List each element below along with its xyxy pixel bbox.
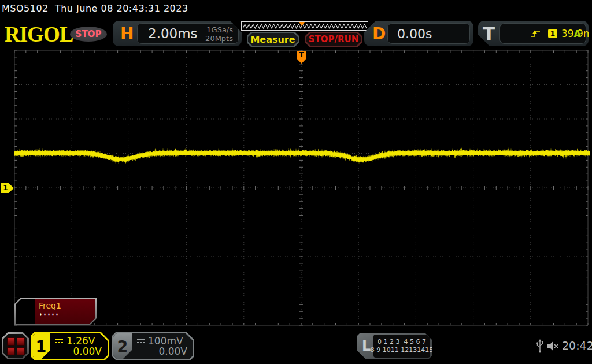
channel1-status-button[interactable]: 1 1.26V 0.00V [31,332,109,360]
menu-grid-icon[interactable] [2,332,29,359]
dc-coupling-icon [136,338,145,344]
channel2-scale: 100mV [148,335,183,347]
logic-channels-row2: 8 9 1011 12131415 [371,346,433,354]
channel1-number: 1 [32,333,50,359]
speaker-muted-icon [547,341,561,351]
logic-analyzer-button[interactable]: L 0 1 2 3 4 5 6 7 8 9 1011 12131415 [357,333,432,359]
channel1-offset: 0.00V [73,346,102,357]
measurement-freq1-body: Freq1 ***** [16,299,95,324]
logic-channels-row1: 0 1 2 3 4 5 6 7 [378,338,426,346]
logic-analyzer-label: L [362,338,371,354]
channel2-status-button[interactable]: 2 100mV 0.00V [112,332,194,360]
channel2-number: 2 [113,333,132,359]
logic-channel-list: 0 1 2 3 4 5 6 7 8 9 1011 12131415 [373,335,430,358]
oscilloscope-screen: MSO5102 Thu June 08 20:43:31 2023 RIGOL … [0,0,592,364]
usb-icon [535,339,545,354]
measurement-freq1-background: Freq1 ***** [35,299,95,324]
measurement-freq1-box[interactable]: Freq1 ***** [14,298,97,325]
channel2-offset: 0.00V [159,346,187,357]
clock: 20:42 [562,339,592,352]
dc-coupling-icon [55,338,64,344]
measurement-freq1-label: Freq1 [39,301,61,310]
measurement-freq1-value: ***** [39,313,60,319]
channel1-scale: 1.26V [66,335,95,347]
